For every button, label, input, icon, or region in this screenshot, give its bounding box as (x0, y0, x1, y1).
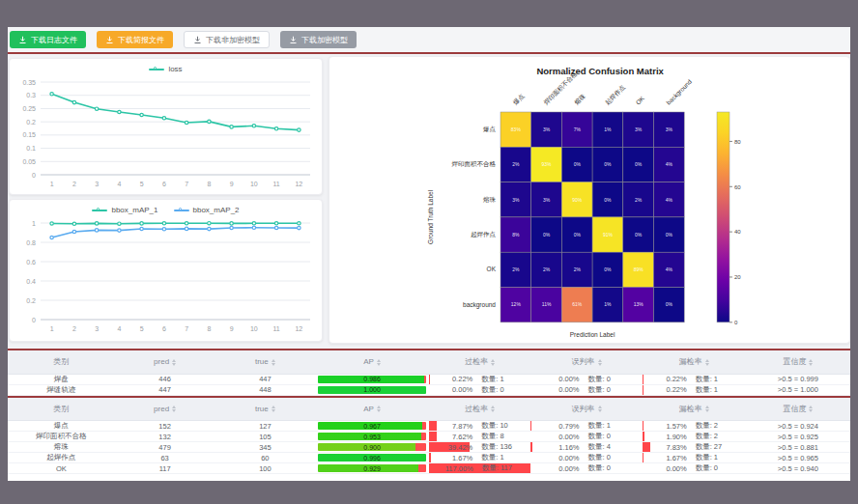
cell-pred: 447 (115, 384, 215, 395)
svg-text:1%: 1% (604, 126, 612, 132)
column-header-pred[interactable]: pred (115, 398, 215, 421)
loss-chart-legend: loss (10, 59, 322, 74)
svg-text:2: 2 (72, 325, 76, 332)
cell-miss-rate: 1.90%数量: 2 (643, 432, 746, 442)
button-label: 下载非加密模型 (206, 35, 260, 45)
download-report-button[interactable]: 下载简报文件 (97, 31, 173, 48)
svg-text:0.3: 0.3 (26, 92, 36, 98)
cell-ap: 0.967 (315, 421, 429, 432)
legend-item[interactable]: bbox_mAP_1 (92, 206, 157, 214)
svg-text:3%: 3% (635, 126, 643, 132)
sort-icon (272, 359, 275, 366)
sort-icon (377, 406, 381, 412)
table-row: 焊印面积不合格1321050.9537.62%数量: 80.00%数量: 01.… (8, 432, 850, 442)
svg-text:0: 0 (734, 320, 738, 325)
rate-bar: 1.67%数量: 1 (643, 453, 746, 462)
cell-overdetect-rate: 1.67%数量: 1 (429, 453, 531, 463)
svg-text:4%: 4% (666, 266, 673, 272)
rate-bar: 0.22%数量: 1 (429, 375, 531, 384)
rate-bar: 0.00%数量: 0 (530, 385, 642, 395)
summary-metrics-table: 类别predtrueAP过检率误判率漏检率置信度焊盘4464470.9860.2… (8, 350, 850, 396)
svg-text:4%: 4% (666, 161, 673, 167)
svg-text:Ground Truth Label: Ground Truth Label (427, 189, 434, 244)
legend-item[interactable]: bbox_mAP_2 (174, 206, 240, 214)
cell-miss-rate: 0.22%数量: 1 (643, 384, 746, 395)
cell-miss-rate: 0.22%数量: 1 (643, 374, 746, 384)
svg-text:7%: 7% (574, 126, 582, 132)
cell-misjudge-rate: 0.00%数量: 0 (530, 384, 642, 395)
svg-text:起焊作点: 起焊作点 (471, 231, 497, 238)
cell-misjudge-rate: 0.00%数量: 0 (530, 374, 642, 384)
rate-bar: 7.83%数量: 27 (643, 442, 746, 452)
button-label: 下载简报文件 (118, 35, 164, 45)
svg-text:11: 11 (272, 325, 279, 332)
sort-icon (172, 406, 176, 412)
cell-miss-rate: 0.00%数量: 0 (643, 463, 746, 474)
column-header-true[interactable]: true (215, 350, 316, 374)
sort-icon (172, 359, 176, 366)
column-header-过检率[interactable]: 过检率 (429, 350, 531, 374)
svg-text:0.35: 0.35 (22, 79, 36, 86)
column-header-置信度[interactable]: 置信度 (746, 350, 850, 374)
column-header-AP[interactable]: AP (315, 350, 429, 374)
svg-text:0%: 0% (666, 232, 673, 238)
column-header-pred[interactable]: pred (115, 350, 215, 374)
rate-bar: 0.00%数量: 0 (530, 463, 642, 473)
svg-text:8: 8 (207, 181, 211, 187)
svg-text:13%: 13% (634, 301, 644, 307)
svg-text:5: 5 (140, 325, 144, 332)
rate-bar: 0.22%数量: 1 (643, 375, 746, 384)
cell-ap: 0.929 (315, 463, 429, 474)
download-icon (18, 36, 27, 44)
svg-text:爆点: 爆点 (512, 92, 526, 105)
cell-miss-rate: 7.83%数量: 27 (643, 442, 746, 453)
table-row: 起焊作点63600.9961.67%数量: 10.00%数量: 01.67%数量… (8, 453, 850, 463)
cell-true: 447 (215, 374, 316, 384)
column-header-漏检率[interactable]: 漏检率 (643, 398, 746, 421)
cell-confidence: >0.5 = 0.881 (746, 442, 850, 453)
cell-confidence: >0.5 = 1.000 (746, 384, 850, 395)
column-header-置信度[interactable]: 置信度 (746, 398, 850, 421)
sort-icon (705, 359, 709, 366)
svg-text:93%: 93% (542, 161, 553, 167)
cell-confidence: >0.5 = 0.940 (746, 463, 850, 474)
column-header-true[interactable]: true (215, 398, 316, 421)
loss-chart-card: loss 00.050.10.150.20.250.30.35123456789… (9, 58, 323, 195)
svg-text:7: 7 (185, 325, 188, 332)
cell-overdetect-rate: 39.42%数量: 136 (429, 442, 531, 453)
column-header-漏检率[interactable]: 漏检率 (643, 350, 746, 374)
svg-text:熔珠: 熔珠 (483, 196, 497, 204)
loss-chart: 00.050.10.150.20.250.30.3512345678910111… (10, 74, 322, 192)
cell-pred: 152 (115, 421, 215, 432)
charts-region: loss 00.050.10.150.20.250.30.35123456789… (8, 54, 850, 349)
svg-text:0: 0 (32, 317, 36, 323)
svg-text:0.2: 0.2 (26, 119, 36, 126)
cell-misjudge-rate: 1.16%数量: 4 (530, 442, 642, 453)
svg-text:焊印面积不合格: 焊印面积不合格 (452, 160, 497, 168)
svg-text:3%: 3% (543, 126, 551, 132)
table-row: 焊缝轨迹4474481.0000.00%数量: 00.00%数量: 00.22%… (8, 384, 850, 395)
cell-category: 焊印面积不合格 (8, 432, 115, 442)
svg-text:OK: OK (634, 95, 645, 106)
svg-text:91%: 91% (603, 232, 614, 238)
svg-text:7: 7 (185, 181, 188, 187)
cell-ap: 0.996 (315, 453, 429, 463)
column-header-过检率[interactable]: 过检率 (429, 398, 531, 421)
svg-text:61%: 61% (572, 301, 583, 307)
column-header-误判率[interactable]: 误判率 (530, 350, 642, 374)
column-header-误判率[interactable]: 误判率 (530, 398, 642, 421)
sort-icon (491, 359, 495, 366)
rate-bar: 0.00%数量: 0 (530, 432, 642, 441)
download-encrypted-model-button[interactable]: 下载加密模型 (280, 31, 357, 48)
svg-text:0%: 0% (604, 266, 612, 272)
sort-icon (809, 359, 813, 366)
column-header-AP[interactable]: AP (315, 398, 429, 421)
download-plain-model-button[interactable]: 下载非加密模型 (184, 31, 270, 48)
svg-text:1: 1 (50, 325, 54, 332)
legend-item[interactable]: loss (149, 65, 182, 73)
cell-pred: 117 (115, 463, 215, 474)
cell-category: 焊缝轨迹 (8, 384, 115, 395)
page-content: 下载日志文件 下载简报文件 下载非加密模型 下载加密模型 loss 00.050… (8, 27, 850, 481)
download-log-button[interactable]: 下载日志文件 (10, 31, 86, 48)
window-frame: 下载日志文件 下载简报文件 下载非加密模型 下载加密模型 loss 00.050… (0, 0, 858, 504)
